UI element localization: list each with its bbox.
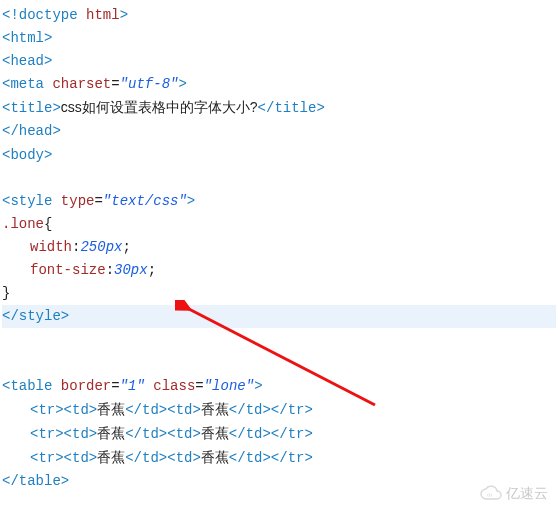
code-line: <tr><td>香蕉</td><td>香蕉</td></tr> [2, 422, 556, 446]
code-line-highlighted: </style> [2, 305, 556, 328]
code-line: } [2, 282, 556, 305]
code-line: </table> [2, 470, 556, 493]
svg-text:∞: ∞ [487, 491, 492, 498]
code-line: <!doctype html> [2, 4, 556, 27]
watermark-text: 亿速云 [506, 482, 548, 505]
code-line: <tr><td>香蕉</td><td>香蕉</td></tr> [2, 398, 556, 422]
code-line: font-size:30px; [2, 259, 556, 282]
code-line: </head> [2, 120, 556, 143]
code-line: <body> [2, 144, 556, 167]
cloud-icon: ∞ [480, 485, 502, 501]
blank-line [2, 167, 556, 190]
code-line: width:250px; [2, 236, 556, 259]
code-line: <style type="text/css"> [2, 190, 556, 213]
code-line: <title>css如何设置表格中的字体大小?</title> [2, 96, 556, 120]
code-line: <head> [2, 50, 556, 73]
code-line: <html> [2, 27, 556, 50]
code-line: .lone{ [2, 213, 556, 236]
blank-line [2, 328, 556, 351]
code-block: <!doctype html> <html> <head> <meta char… [2, 4, 556, 493]
code-line: <meta charset="utf-8"> [2, 73, 556, 96]
code-line: <tr><td>香蕉</td><td>香蕉</td></tr> [2, 446, 556, 470]
blank-line [2, 351, 556, 374]
code-line: <table border="1" class="lone"> [2, 375, 556, 398]
watermark: ∞ 亿速云 [480, 482, 548, 505]
